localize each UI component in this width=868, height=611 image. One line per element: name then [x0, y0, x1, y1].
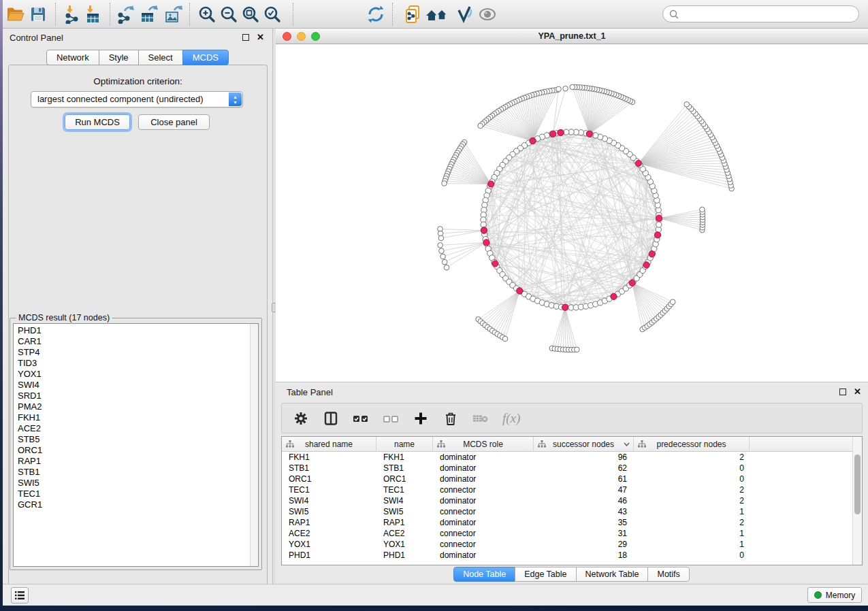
- refresh-view-icon[interactable]: [366, 5, 385, 24]
- table-cell[interactable]: SWI5: [376, 506, 433, 517]
- table-cell[interactable]: FKH1: [282, 452, 376, 463]
- table-cell[interactable]: 96: [534, 452, 634, 463]
- mcds-result-item[interactable]: PMA2: [14, 401, 249, 412]
- table-cell[interactable]: 0: [634, 463, 750, 474]
- window-close-icon[interactable]: [283, 32, 291, 41]
- table-float-icon[interactable]: [839, 389, 846, 395]
- table-scrollbar-thumb[interactable]: [854, 455, 861, 514]
- table-cell[interactable]: connector: [433, 484, 534, 495]
- save-session-icon[interactable]: [29, 5, 48, 24]
- column-shared-name[interactable]: shared name: [282, 437, 376, 452]
- tab-network[interactable]: Network: [46, 50, 99, 65]
- window-minimize-icon[interactable]: [297, 32, 306, 41]
- table-cell[interactable]: ORC1: [376, 474, 433, 484]
- toggle-graphics-details-icon[interactable]: [455, 5, 474, 24]
- tab-network-table[interactable]: Network Table: [576, 567, 649, 582]
- column-predecessor-nodes[interactable]: predecessor nodes: [634, 437, 750, 452]
- table-cell[interactable]: 47: [534, 484, 634, 495]
- run-mcds-button[interactable]: Run MCDS: [65, 114, 130, 130]
- mcds-result-item[interactable]: ORC1: [14, 445, 249, 456]
- table-cell[interactable]: 2: [634, 517, 750, 528]
- tab-select[interactable]: Select: [138, 50, 183, 65]
- table-row[interactable]: RAP1RAP1dominator352: [282, 517, 852, 528]
- mcds-result-listbox[interactable]: PHD1CAR1STP4TID3YOX1SWI4SRD1PMA2FKH1ACE2…: [13, 323, 259, 567]
- mcds-result-item[interactable]: SWI4: [14, 380, 249, 391]
- table-row[interactable]: PHD1PHD1dominator180: [282, 550, 852, 561]
- table-cell[interactable]: 1: [634, 539, 750, 550]
- table-cell[interactable]: connector: [433, 528, 534, 539]
- table-cell[interactable]: 18: [534, 550, 634, 561]
- table-cell[interactable]: SWI4: [282, 495, 376, 506]
- table-cell[interactable]: FKH1: [376, 452, 433, 463]
- export-table-icon[interactable]: [139, 5, 158, 24]
- clone-network-icon[interactable]: [403, 5, 422, 24]
- table-cell[interactable]: 0: [634, 550, 750, 561]
- float-panel-icon[interactable]: [242, 34, 249, 41]
- mcds-result-item[interactable]: SWI5: [14, 478, 249, 489]
- export-image-icon[interactable]: [163, 5, 182, 24]
- mcds-result-item[interactable]: PHD1: [14, 325, 249, 336]
- table-cell[interactable]: connector: [433, 539, 534, 550]
- table-cell[interactable]: 46: [534, 495, 634, 506]
- table-cell[interactable]: 35: [534, 517, 634, 528]
- column-successor-nodes[interactable]: successor nodes: [534, 437, 634, 452]
- window-maximize-icon[interactable]: [311, 32, 320, 41]
- table-cell[interactable]: PHD1: [376, 550, 433, 561]
- mcds-result-item[interactable]: FKH1: [14, 412, 249, 423]
- table-cell[interactable]: 43: [534, 506, 634, 517]
- zoom-in-icon[interactable]: [197, 5, 216, 24]
- network-graph[interactable]: [276, 44, 868, 382]
- table-row[interactable]: SWI5SWI5connector431: [282, 506, 852, 517]
- table-cell[interactable]: TEC1: [282, 484, 376, 495]
- tab-edge-table[interactable]: Edge Table: [515, 567, 576, 582]
- table-cell[interactable]: RAP1: [282, 517, 376, 528]
- column-mcds-role[interactable]: MCDS role: [433, 437, 534, 452]
- close-panel-icon[interactable]: ✕: [257, 32, 264, 43]
- open-file-icon[interactable]: [5, 5, 25, 24]
- task-history-button[interactable]: [11, 587, 29, 604]
- network-view-titlebar[interactable]: YPA_prune.txt_1: [276, 29, 868, 44]
- table-cell[interactable]: YOX1: [376, 539, 433, 550]
- zoom-fit-icon[interactable]: [241, 5, 260, 24]
- mcds-result-item[interactable]: YOX1: [14, 369, 249, 380]
- add-column-icon[interactable]: [413, 410, 429, 427]
- table-cell[interactable]: PHD1: [282, 550, 376, 561]
- table-cell[interactable]: SWI4: [376, 495, 433, 506]
- split-columns-icon[interactable]: [323, 410, 339, 427]
- table-cell[interactable]: dominator: [433, 452, 534, 463]
- optimization-criterion-select[interactable]: largest connected component (undirected)…: [31, 91, 243, 108]
- table-cell[interactable]: 2: [634, 452, 750, 463]
- mcds-result-scrollbar[interactable]: [250, 324, 258, 566]
- table-cell[interactable]: STB1: [282, 463, 376, 474]
- table-cell[interactable]: 61: [534, 474, 634, 484]
- table-cell[interactable]: dominator: [433, 463, 534, 474]
- mcds-result-item[interactable]: RAP1: [14, 456, 249, 467]
- table-cell[interactable]: 31: [534, 528, 634, 539]
- table-row[interactable]: SWI4SWI4dominator462: [282, 495, 852, 506]
- column-name[interactable]: name: [376, 437, 433, 452]
- zoom-out-icon[interactable]: [219, 5, 238, 24]
- search-input[interactable]: [662, 5, 859, 22]
- table-cell[interactable]: RAP1: [376, 517, 433, 528]
- table-row[interactable]: FKH1FKH1dominator962: [282, 452, 852, 463]
- table-cell[interactable]: 1: [634, 506, 750, 517]
- mcds-result-item[interactable]: CAR1: [14, 336, 249, 347]
- deselect-all-icon[interactable]: [383, 410, 399, 427]
- table-cell[interactable]: dominator: [433, 474, 534, 484]
- mcds-result-item[interactable]: STB5: [14, 434, 249, 445]
- tab-mcds[interactable]: MCDS: [182, 50, 229, 65]
- select-all-check-icon[interactable]: [353, 410, 369, 427]
- import-network-icon[interactable]: [63, 5, 82, 24]
- table-cell[interactable]: 62: [534, 463, 634, 474]
- tab-style[interactable]: Style: [99, 50, 139, 65]
- table-cell[interactable]: dominator: [433, 517, 534, 528]
- eye-icon[interactable]: [478, 5, 497, 24]
- table-cell[interactable]: STB1: [376, 463, 433, 474]
- mcds-result-item[interactable]: GCR1: [14, 499, 249, 510]
- table-cell[interactable]: ACE2: [282, 528, 376, 539]
- table-cell[interactable]: 2: [634, 484, 750, 495]
- two-houses-icon[interactable]: [425, 5, 449, 24]
- table-cell[interactable]: 2: [634, 495, 750, 506]
- mcds-result-item[interactable]: TID3: [14, 358, 249, 369]
- import-table-icon[interactable]: [83, 5, 102, 24]
